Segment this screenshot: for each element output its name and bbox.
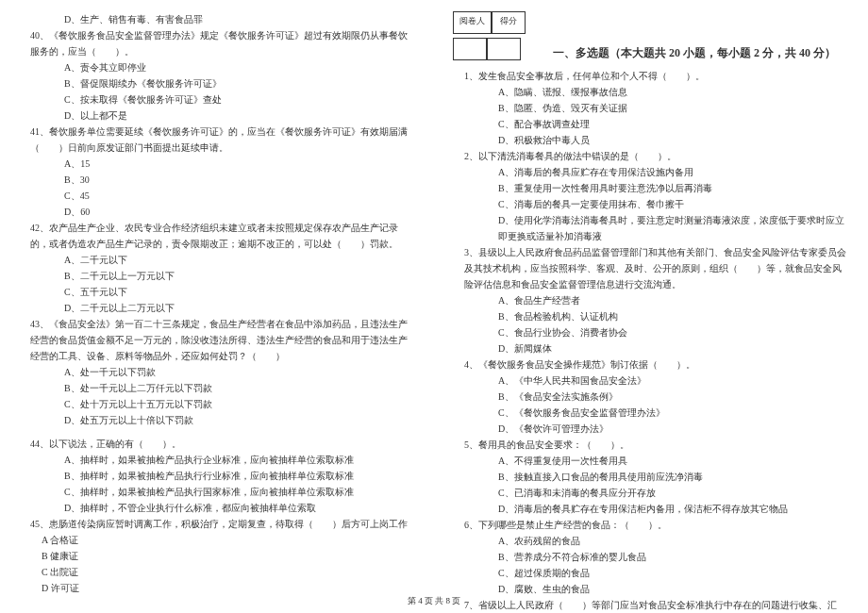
q41-option-d: D、60 [19,204,415,220]
score-grader-label: 阅卷人 [453,11,492,34]
mq2: 2、以下清洗消毒餐具的做法中错误的是（ ）。 [453,148,849,164]
mq5-option-c: C、已消毒和未消毒的餐具应分开存放 [453,485,849,501]
mq6-option-a: A、农药残留的食品 [453,533,849,549]
mq1-option-c: C、配合事故调查处理 [453,116,849,132]
score-box: 阅卷人 得分 [453,11,526,34]
mq3-option-b: B、食品检验机构、认证机构 [453,308,849,324]
q43-option-c: C、处十万元以上十五万元以下罚款 [19,396,415,412]
section-header-row: 阅卷人 得分 [453,11,849,38]
mq2-option-b: B、重复使用一次性餐用具时要注意洗净以后再消毒 [453,180,849,196]
section-title: 一、多选题（本大题共 20 小题，每小题 2 分，共 40 分） [540,43,849,62]
q42-option-b: B、二千元以上一万元以下 [19,268,415,284]
mq4-option-a: A、《中华人民共和国食品安全法》 [453,373,849,389]
mq6-option-b: B、营养成分不符合标准的婴儿食品 [453,549,849,565]
mq5: 5、餐用具的食品安全要求：（ ）。 [453,437,849,453]
q41-option-c: C、45 [19,188,415,204]
q40-option-d: D、以上都不是 [19,108,415,124]
q42-option-d: D、二千元以上二万元以下 [19,300,415,316]
q42-option-a: A、二千元以下 [19,252,415,268]
mq1: 1、发生食品安全事故后，任何单位和个人不得（ ）。 [453,68,849,84]
q40-option-a: A、责令其立即停业 [19,59,415,75]
mq6-option-c: C、超过保质期的食品 [453,565,849,581]
score-grader-value [453,38,487,60]
mq3: 3、县级以上人民政府食品药品监督管理部门和其他有关部门、食品安全风险评估专家委员… [453,244,849,292]
mq2-option-d: D、使用化学消毒法消毒餐具时，要注意定时测量消毒液浓度，浓度低于要求时应立即更换… [453,212,849,244]
mq1-option-a: A、隐瞒、谎报、缓报事故信息 [453,84,849,100]
q40-option-b: B、督促限期续办《餐饮服务许可证》 [19,75,415,91]
q41: 41、餐饮服务单位需要延续《餐饮服务许可证》的，应当在《餐饮服务许可证》有效期届… [19,124,415,156]
q45-option-a: A 合格证 [19,532,415,548]
mq3-option-a: A、食品生产经营者 [453,292,849,308]
q39-option-d: D、生产、销售有毒、有害食品罪 [19,11,415,27]
q42-option-c: C、五千元以下 [19,284,415,300]
mq3-option-c: C、食品行业协会、消费者协会 [453,324,849,340]
q43-option-d: D、处五万元以上十倍以下罚款 [19,412,415,428]
q40-option-c: C、按未取得《餐饮服务许可证》查处 [19,91,415,108]
mq1-option-b: B、隐匿、伪造、毁灭有关证据 [453,100,849,116]
mq2-option-a: A、消毒后的餐具应贮存在专用保洁设施内备用 [453,164,849,180]
mq6: 6、下列哪些是禁止生产经营的食品：（ ）。 [453,517,849,533]
left-column: D、生产、销售有毒、有害食品罪 40、《餐饮服务食品安全监督管理办法》规定《餐饮… [0,0,434,613]
mq4-option-c: C、《餐饮服务食品安全监督管理办法》 [453,405,849,421]
mq4-option-b: B、《食品安全法实施条例》 [453,389,849,405]
score-points-value [487,38,521,60]
q44-option-a: A、抽样时，如果被抽检产品执行企业标准，应向被抽样单位索取标准 [19,452,415,468]
mq5-option-b: B、接触直接入口食品的餐用具使用前应洗净消毒 [453,469,849,485]
right-column: 阅卷人 得分 一、多选题（本大题共 20 小题，每小题 2 分，共 40 分） … [434,0,868,613]
q40: 40、《餐饮服务食品安全监督管理办法》规定《餐饮服务许可证》超过有效期限仍从事餐… [19,27,415,59]
mq5-option-a: A、不得重复使用一次性餐用具 [453,453,849,469]
score-points-label: 得分 [492,11,526,34]
q41-option-a: A、15 [19,156,415,172]
q45-option-c: C 出院证 [19,564,415,580]
mq5-option-d: D、消毒后的餐具贮存在专用保洁柜内备用，保洁柜不得存放其它物品 [453,501,849,517]
q45-option-b: B 健康证 [19,548,415,564]
q44-option-b: B、抽样时，如果被抽检产品执行行业标准，应向被抽样单位索取标准 [19,468,415,484]
mq4: 4、《餐饮服务食品安全操作规范》制订依据（ ）。 [453,356,849,373]
q44: 44、以下说法，正确的有（ ）。 [19,436,415,452]
score-empty-row: 一、多选题（本大题共 20 小题，每小题 2 分，共 40 分） [453,38,849,68]
q43-option-b: B、处一千元以上二万仟元以下罚款 [19,380,415,396]
page-footer: 第 4 页 共 8 页 [0,595,868,607]
q44-option-d: D、抽样时，不管企业执行什么标准，都应向被抽样单位索取 [19,500,415,516]
mq1-option-d: D、积极救治中毒人员 [453,132,849,148]
mq2-option-c: C、消毒后的餐具一定要使用抹布、餐巾擦干 [453,196,849,212]
q43: 43、《食品安全法》第一百二十三条规定，食品生产经营者在食品中添加药品，且违法生… [19,316,415,364]
q41-option-b: B、30 [19,172,415,188]
score-box-empty [453,38,521,60]
q45: 45、患肠道传染病应暂时调离工作，积极治疗，定期复查，待取得（ ）后方可上岗工作 [19,516,415,532]
q42: 42、农产品生产企业、农民专业合作经济组织未建立或者未按照规定保存农产品生产记录… [19,220,415,252]
mq3-option-d: D、新闻媒体 [453,340,849,356]
q44-option-c: C、抽样时，如果被抽检产品执行国家标准，应向被抽样单位索取标准 [19,484,415,500]
q43-option-a: A、处一千元以下罚款 [19,364,415,380]
mq4-option-d: D、《餐饮许可管理办法》 [453,421,849,437]
q45-option-d: D 许可证 [19,580,415,596]
